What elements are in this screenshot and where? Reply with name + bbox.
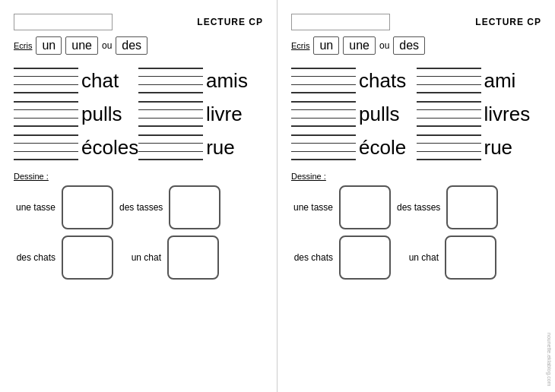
right-draw-box-un-chat bbox=[445, 236, 496, 280]
line bbox=[14, 109, 78, 111]
line bbox=[14, 134, 78, 136]
left-draw-box-un-chat bbox=[167, 236, 219, 280]
line bbox=[417, 68, 481, 69]
line bbox=[14, 92, 78, 93]
right-word-des: des bbox=[393, 36, 425, 55]
page: LECTURE CP Ecris un une ou des chat bbox=[0, 0, 555, 392]
line bbox=[291, 118, 356, 119]
line bbox=[138, 151, 203, 153]
left-col-amis: amis bbox=[138, 64, 263, 97]
line bbox=[291, 92, 356, 93]
line bbox=[291, 101, 356, 103]
line bbox=[291, 76, 356, 77]
line bbox=[417, 151, 481, 153]
line bbox=[291, 134, 356, 136]
right-col-ami: ami bbox=[417, 64, 542, 97]
left-col-pulls: pulls bbox=[14, 97, 138, 131]
line bbox=[14, 101, 78, 103]
right-dessine-label: Dessine : bbox=[291, 172, 541, 181]
left-title-input[interactable] bbox=[14, 14, 113, 30]
line bbox=[291, 159, 356, 160]
left-ecris-label: Ecris bbox=[14, 41, 32, 50]
right-lines-pulls bbox=[291, 101, 356, 127]
right-un-chat-label: un chat bbox=[397, 252, 439, 263]
left-word-des: des bbox=[116, 36, 147, 55]
left-lines-livre bbox=[138, 101, 203, 127]
right-col-livres: livres bbox=[417, 97, 542, 131]
left-col-livre: livre bbox=[138, 97, 263, 131]
line bbox=[14, 76, 78, 77]
right-title-input[interactable] bbox=[291, 14, 390, 30]
right-draw-box-une-tasse bbox=[339, 185, 391, 229]
right-lines-ecole bbox=[291, 134, 356, 160]
left-word-une: une bbox=[65, 36, 98, 55]
left-des-chats-label: des chats bbox=[14, 252, 56, 263]
line bbox=[14, 151, 78, 153]
left-draw-box-des-chats bbox=[62, 236, 113, 280]
right-dessine-section: Dessine : une tasse des tasses des chats… bbox=[291, 172, 541, 280]
left-header: LECTURE CP bbox=[14, 14, 263, 30]
right-des-tasses-label: des tasses bbox=[397, 202, 440, 213]
right-lines-chats bbox=[291, 68, 356, 93]
left-lines-pulls bbox=[14, 101, 78, 127]
right-draw-box-des-chats bbox=[339, 236, 391, 280]
line bbox=[138, 76, 203, 77]
right-ecris-label: Ecris bbox=[291, 41, 309, 50]
line bbox=[138, 134, 203, 136]
right-panel: LECTURE CP Ecris un une ou des chat bbox=[278, 0, 555, 392]
line bbox=[417, 125, 481, 127]
right-word-grid-1: chats ami bbox=[291, 64, 541, 97]
right-lines-livres bbox=[417, 101, 481, 127]
line bbox=[417, 84, 481, 86]
right-draw-box-des-tasses bbox=[446, 185, 498, 229]
line bbox=[291, 84, 356, 86]
left-lines-ecoles bbox=[14, 134, 78, 160]
right-word-livres: livres bbox=[484, 104, 531, 124]
line bbox=[291, 151, 356, 153]
line bbox=[291, 143, 356, 144]
line bbox=[14, 143, 78, 144]
right-des-chats-label: des chats bbox=[291, 252, 333, 263]
left-word-chat: chat bbox=[81, 71, 119, 90]
right-draw-row-1: une tasse des tasses bbox=[291, 185, 541, 229]
right-col-pulls: pulls bbox=[291, 97, 417, 131]
left-word-un: un bbox=[36, 36, 62, 55]
right-word-chats: chats bbox=[359, 71, 406, 90]
right-word-un: un bbox=[313, 36, 339, 55]
right-col-chats: chats bbox=[291, 64, 417, 97]
line bbox=[138, 101, 203, 103]
line bbox=[417, 109, 481, 111]
left-word-amis: amis bbox=[206, 71, 248, 90]
left-draw-row-1: une tasse des tasses bbox=[14, 185, 263, 229]
line bbox=[14, 118, 78, 119]
right-word-pulls: pulls bbox=[359, 104, 399, 124]
left-une-tasse-label: une tasse bbox=[14, 202, 56, 213]
left-word-grid-2: pulls livre bbox=[14, 97, 263, 131]
right-lines-rue bbox=[417, 134, 481, 160]
left-col-rue: rue bbox=[138, 131, 263, 164]
left-col-ecoles: écoles bbox=[14, 131, 138, 164]
line bbox=[138, 125, 203, 127]
left-un-chat-label: un chat bbox=[119, 252, 161, 263]
right-lecture-label: LECTURE CP bbox=[475, 17, 541, 27]
right-ecris-row: Ecris un une ou des bbox=[291, 36, 541, 55]
left-word-grid-1: chat amis bbox=[14, 64, 263, 97]
left-word-grid-3: écoles rue bbox=[14, 131, 263, 164]
left-word-livre: livre bbox=[206, 104, 243, 124]
line bbox=[417, 118, 481, 119]
line bbox=[291, 109, 356, 111]
left-draw-box-une-tasse bbox=[62, 185, 113, 229]
left-ou-text: ou bbox=[102, 40, 112, 51]
left-dessine-section: Dessine : une tasse des tasses des chats… bbox=[14, 172, 263, 280]
right-draw-row-2: des chats un chat bbox=[291, 236, 541, 280]
line bbox=[14, 159, 78, 160]
line bbox=[417, 134, 481, 136]
line bbox=[138, 118, 203, 119]
left-word-pulls: pulls bbox=[81, 104, 122, 124]
right-header: LECTURE CP bbox=[291, 14, 541, 30]
left-word-ecoles: écoles bbox=[81, 138, 138, 157]
left-draw-box-des-tasses bbox=[169, 185, 220, 229]
line bbox=[417, 159, 481, 160]
line bbox=[138, 68, 203, 69]
line bbox=[417, 143, 481, 144]
